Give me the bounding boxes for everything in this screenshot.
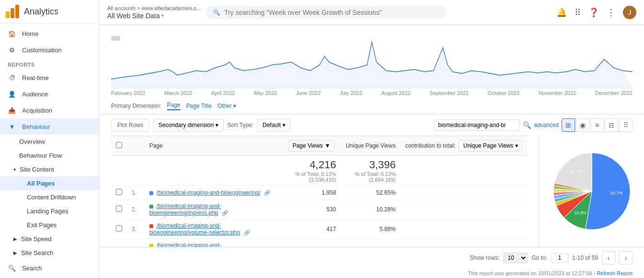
- property-selector[interactable]: All Web Site Data ▾: [107, 12, 201, 20]
- sidebar-item-site-search[interactable]: ▶ Site Search: [0, 246, 99, 260]
- sidebar-item-behaviour-label: Behaviour: [22, 123, 50, 130]
- search-input[interactable]: [224, 9, 439, 16]
- sidebar-item-behaviour[interactable]: ▼ Behaviour: [0, 118, 99, 135]
- sidebar-item-flow[interactable]: Behaviour Flow: [0, 149, 99, 162]
- table-footer: Show rows: 10 25 50 100 Go to: 1-10 of 5…: [100, 247, 644, 268]
- sidebar-item-content-drilldown-label: Content Drilldown: [27, 194, 76, 201]
- table-row: 2. /biomedical-imaging-and-bioengineerin…: [111, 200, 527, 220]
- sidebar-item-realtime-label: Real-time: [22, 74, 49, 81]
- filter-input[interactable]: [434, 119, 520, 131]
- default-sort-button[interactable]: Default ▾: [257, 119, 290, 131]
- view-pivot-icon[interactable]: ⊟: [605, 118, 618, 132]
- refresh-report-link[interactable]: Refresh Report: [597, 270, 633, 276]
- total-contrib: [400, 156, 527, 186]
- more-icon[interactable]: ⋮: [607, 7, 615, 18]
- view-scatter-icon[interactable]: ⠿: [619, 118, 633, 132]
- x-label-8: October 2022: [487, 90, 520, 96]
- page-color-dot: [149, 191, 153, 195]
- sidebar-item-site-content-label: Site Content: [20, 166, 54, 173]
- select-all-checkbox[interactable]: [116, 142, 122, 148]
- row-check: [111, 239, 127, 247]
- sort-type-label: Sort Type:: [227, 122, 253, 128]
- total-views-sub: % of Total: 0.12% (3,538,410): [288, 171, 336, 183]
- page-external-icon[interactable]: 🔗: [264, 190, 271, 196]
- apps-icon[interactable]: ⠿: [575, 7, 581, 18]
- advanced-link[interactable]: advanced: [534, 122, 559, 128]
- home-icon: 🏠: [8, 29, 16, 38]
- dim-page-link[interactable]: Page: [167, 102, 181, 110]
- sidebar-item-audience[interactable]: 👤 Audience: [0, 86, 99, 102]
- th-views: Page Views ▼: [283, 136, 341, 156]
- search-bar[interactable]: 🔍: [206, 6, 446, 19]
- x-label-2: April 2022: [211, 90, 235, 96]
- sidebar-item-search-label: Search: [22, 265, 42, 272]
- total-views-cell: 4,216 % of Total: 0.12% (3,538,410): [283, 156, 341, 186]
- page-link[interactable]: /biomedical-imaging-and-bioengineering/: [157, 189, 260, 196]
- page-views-sort-btn[interactable]: Page Views ▼: [288, 140, 335, 151]
- dim-other-link[interactable]: Other ▾: [217, 103, 236, 109]
- row-page: /biomedical-imaging-and-bioengineering/ …: [145, 186, 283, 200]
- view-pie-icon[interactable]: ◉: [576, 118, 589, 132]
- sidebar-item-overview-label: Overview: [19, 138, 45, 145]
- filter-search-icon[interactable]: 🔍: [523, 121, 531, 129]
- sidebar-item-exit-pages[interactable]: Exit Pages: [0, 218, 99, 232]
- page-link[interactable]: /biomedical-imaging-and-bioengineering/v…: [149, 222, 240, 236]
- view-bar-icon[interactable]: ≡: [590, 118, 604, 132]
- row-num: 1.: [127, 186, 145, 200]
- sidebar-item-overview[interactable]: Overview: [0, 135, 99, 149]
- sidebar-item-site-content[interactable]: ▾ Site Content: [0, 162, 99, 176]
- unique-views-label: Unique Page Views: [346, 142, 396, 149]
- row-checkbox-1[interactable]: [116, 206, 122, 212]
- row-checkbox-0[interactable]: [116, 189, 122, 195]
- sidebar-item-audience-label: Audience: [22, 91, 48, 98]
- table-wrap: Page Page Views ▼ Unique Page Views: [100, 136, 539, 247]
- view-table-icon[interactable]: ⊞: [562, 118, 575, 132]
- plot-rows-button[interactable]: Plot Rows: [111, 119, 149, 131]
- sidebar-item-acquisition[interactable]: 📥 Acquisition: [0, 102, 99, 118]
- total-unique-cell: 3,396 % of Total: 0.13% (2,694,169): [341, 156, 401, 186]
- page-link[interactable]: /biomedical-imaging-and-bioengineering/i…: [149, 203, 221, 216]
- sidebar-item-site-speed[interactable]: ▶ Site Speed: [0, 232, 99, 246]
- sidebar-item-search[interactable]: 🔍 Search: [0, 260, 99, 276]
- next-page-button[interactable]: ›: [619, 251, 633, 265]
- total-unique-sub: % of Total: 0.13% (2,694,169): [346, 171, 396, 183]
- x-label-9: November 2022: [539, 90, 576, 96]
- secondary-dim-button[interactable]: Secondary dimension ▾: [153, 119, 224, 131]
- sidebar-item-attribution[interactable]: ◎ Attribution BETA: [0, 276, 99, 278]
- total-row: 4,216 % of Total: 0.12% (3,538,410) 3,39…: [111, 156, 527, 186]
- pie-label: 21.7%: [570, 169, 582, 174]
- page-link[interactable]: /biomedical-imaging-and-bioengineering/a…: [149, 242, 271, 247]
- row-checkbox-2[interactable]: [116, 225, 122, 232]
- sidebar-item-customisation[interactable]: ⚙ Customisation: [0, 42, 99, 58]
- rows-select[interactable]: 10 25 50 100: [503, 253, 528, 263]
- row-unique: 52.65%: [341, 186, 401, 200]
- page-external-icon[interactable]: 🔗: [222, 210, 228, 216]
- page-external-icon[interactable]: 🔗: [244, 230, 250, 235]
- caret-icon-search: ▶: [13, 250, 17, 255]
- prev-page-button[interactable]: ‹: [602, 251, 615, 265]
- sidebar-item-landing-pages[interactable]: Landing Pages: [0, 204, 99, 218]
- notification-icon[interactable]: 🔔: [556, 7, 567, 18]
- sidebar-header: Analytics: [0, 0, 99, 23]
- sidebar-item-content-drilldown[interactable]: Content Drilldown: [0, 190, 99, 204]
- app-title: Analytics: [24, 7, 58, 17]
- row-contrib: [400, 200, 527, 220]
- contribution-metric-btn[interactable]: Unique Page Views ▾: [459, 140, 522, 151]
- goto-input[interactable]: [551, 253, 568, 263]
- dim-page-title-link[interactable]: Page Title: [186, 103, 212, 109]
- contribution-metric-label: Unique Page Views: [463, 142, 513, 149]
- contribution-label: contribution to total:: [405, 142, 455, 149]
- table-row: 3. /biomedical-imaging-and-bioengineerin…: [111, 220, 527, 239]
- sidebar-item-all-pages[interactable]: All Pages: [0, 176, 99, 190]
- help-icon[interactable]: ❓: [588, 7, 599, 18]
- sidebar-item-home[interactable]: 🏠 Home: [0, 25, 99, 42]
- avatar[interactable]: J: [623, 6, 636, 19]
- row-contrib: [400, 220, 527, 239]
- row-num: 2.: [127, 200, 145, 220]
- chart-area: 200 February 2022 March 2022 April 2022 …: [100, 25, 644, 98]
- sidebar-nav: 🏠 Home ⚙ Customisation REPORTS ⏱ Real-ti…: [0, 23, 99, 278]
- sidebar-item-realtime[interactable]: ⏱ Real-time: [0, 70, 99, 86]
- pie-chart-container: 52.7%10.3%21.7%: [539, 136, 644, 247]
- realtime-icon: ⏱: [8, 73, 16, 82]
- row-unique: 10.28%: [341, 200, 401, 220]
